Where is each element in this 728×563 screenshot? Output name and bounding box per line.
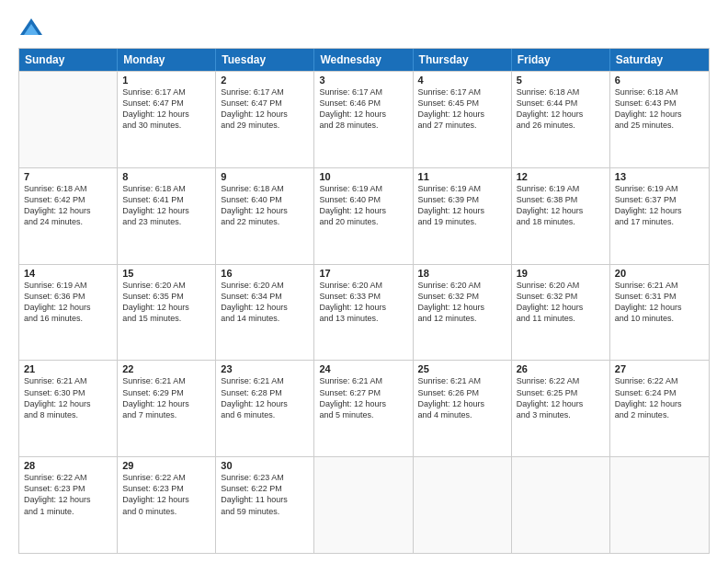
day-info: Sunrise: 6:21 AM Sunset: 6:27 PM Dayligh… <box>319 375 407 420</box>
day-number: 28 <box>24 460 112 471</box>
calendar-cell: 6Sunrise: 6:18 AM Sunset: 6:43 PM Daylig… <box>610 72 709 167</box>
day-number: 2 <box>221 75 309 86</box>
day-info: Sunrise: 6:17 AM Sunset: 6:46 PM Dayligh… <box>319 86 407 132</box>
day-info: Sunrise: 6:22 AM Sunset: 6:25 PM Dayligh… <box>517 375 605 420</box>
day-info: Sunrise: 6:19 AM Sunset: 6:36 PM Dayligh… <box>24 280 112 325</box>
day-number: 6 <box>615 75 704 86</box>
day-info: Sunrise: 6:22 AM Sunset: 6:23 PM Dayligh… <box>24 472 112 517</box>
day-info: Sunrise: 6:23 AM Sunset: 6:22 PM Dayligh… <box>221 472 309 517</box>
day-info: Sunrise: 6:20 AM Sunset: 6:35 PM Dayligh… <box>122 280 210 325</box>
calendar-cell: 5Sunrise: 6:18 AM Sunset: 6:44 PM Daylig… <box>512 72 610 167</box>
day-number: 26 <box>517 363 605 374</box>
calendar-cell: 25Sunrise: 6:21 AM Sunset: 6:26 PM Dayli… <box>414 361 512 456</box>
day-info: Sunrise: 6:21 AM Sunset: 6:29 PM Dayligh… <box>122 375 210 420</box>
day-number: 3 <box>319 75 407 86</box>
day-number: 8 <box>122 171 210 182</box>
day-info: Sunrise: 6:18 AM Sunset: 6:44 PM Dayligh… <box>517 86 605 132</box>
weekday-header-saturday: Saturday <box>610 49 709 71</box>
calendar-cell: 19Sunrise: 6:20 AM Sunset: 6:32 PM Dayli… <box>512 265 610 361</box>
day-number: 20 <box>615 268 704 279</box>
day-number: 15 <box>122 268 210 279</box>
day-info: Sunrise: 6:21 AM Sunset: 6:30 PM Dayligh… <box>24 375 112 420</box>
day-number: 14 <box>24 268 112 279</box>
day-number: 19 <box>517 268 605 279</box>
calendar-cell: 9Sunrise: 6:18 AM Sunset: 6:40 PM Daylig… <box>216 168 314 264</box>
logo <box>18 15 48 40</box>
calendar-cell: 20Sunrise: 6:21 AM Sunset: 6:31 PM Dayli… <box>610 265 709 361</box>
logo-icon <box>18 15 44 40</box>
day-info: Sunrise: 6:19 AM Sunset: 6:39 PM Dayligh… <box>418 183 506 228</box>
calendar-row-4: 21Sunrise: 6:21 AM Sunset: 6:30 PM Dayli… <box>19 360 709 456</box>
day-info: Sunrise: 6:18 AM Sunset: 6:41 PM Dayligh… <box>122 183 210 228</box>
calendar-row-2: 7Sunrise: 6:18 AM Sunset: 6:42 PM Daylig… <box>19 167 709 264</box>
day-number: 9 <box>221 171 309 182</box>
day-info: Sunrise: 6:20 AM Sunset: 6:33 PM Dayligh… <box>319 280 407 325</box>
day-number: 7 <box>24 171 112 182</box>
day-info: Sunrise: 6:18 AM Sunset: 6:42 PM Dayligh… <box>24 183 112 228</box>
day-info: Sunrise: 6:21 AM Sunset: 6:28 PM Dayligh… <box>221 375 309 420</box>
calendar-cell: 15Sunrise: 6:20 AM Sunset: 6:35 PM Dayli… <box>118 265 216 361</box>
calendar-cell: 24Sunrise: 6:21 AM Sunset: 6:27 PM Dayli… <box>314 361 413 456</box>
day-number: 22 <box>122 363 210 374</box>
day-number: 16 <box>221 268 309 279</box>
calendar-cell <box>314 457 413 553</box>
calendar-cell: 13Sunrise: 6:19 AM Sunset: 6:37 PM Dayli… <box>610 168 709 264</box>
day-info: Sunrise: 6:18 AM Sunset: 6:40 PM Dayligh… <box>221 183 309 228</box>
calendar-cell: 21Sunrise: 6:21 AM Sunset: 6:30 PM Dayli… <box>19 361 118 456</box>
weekday-header-friday: Friday <box>512 49 610 71</box>
day-info: Sunrise: 6:20 AM Sunset: 6:32 PM Dayligh… <box>517 280 605 325</box>
day-info: Sunrise: 6:22 AM Sunset: 6:24 PM Dayligh… <box>615 375 704 420</box>
day-info: Sunrise: 6:17 AM Sunset: 6:45 PM Dayligh… <box>418 86 506 132</box>
day-number: 10 <box>319 171 407 182</box>
calendar-cell: 3Sunrise: 6:17 AM Sunset: 6:46 PM Daylig… <box>314 72 413 167</box>
day-number: 27 <box>615 363 704 374</box>
day-info: Sunrise: 6:19 AM Sunset: 6:38 PM Dayligh… <box>517 183 605 228</box>
day-number: 24 <box>319 363 407 374</box>
weekday-header-tuesday: Tuesday <box>216 49 314 71</box>
day-info: Sunrise: 6:20 AM Sunset: 6:32 PM Dayligh… <box>418 280 506 325</box>
calendar-cell: 8Sunrise: 6:18 AM Sunset: 6:41 PM Daylig… <box>118 168 216 264</box>
day-info: Sunrise: 6:22 AM Sunset: 6:23 PM Dayligh… <box>122 472 210 517</box>
calendar-cell: 1Sunrise: 6:17 AM Sunset: 6:47 PM Daylig… <box>118 72 216 167</box>
calendar-header: SundayMondayTuesdayWednesdayThursdayFrid… <box>19 49 709 71</box>
calendar-cell: 30Sunrise: 6:23 AM Sunset: 6:22 PM Dayli… <box>216 457 314 553</box>
calendar-cell: 7Sunrise: 6:18 AM Sunset: 6:42 PM Daylig… <box>19 168 118 264</box>
calendar-body: 1Sunrise: 6:17 AM Sunset: 6:47 PM Daylig… <box>19 71 709 553</box>
day-number: 17 <box>319 268 407 279</box>
calendar-cell: 28Sunrise: 6:22 AM Sunset: 6:23 PM Dayli… <box>19 457 118 553</box>
calendar-cell: 17Sunrise: 6:20 AM Sunset: 6:33 PM Dayli… <box>314 265 413 361</box>
calendar-cell <box>19 72 118 167</box>
calendar-row-1: 1Sunrise: 6:17 AM Sunset: 6:47 PM Daylig… <box>19 71 709 167</box>
calendar-cell: 2Sunrise: 6:17 AM Sunset: 6:47 PM Daylig… <box>216 72 314 167</box>
calendar-cell: 22Sunrise: 6:21 AM Sunset: 6:29 PM Dayli… <box>118 361 216 456</box>
calendar-cell: 11Sunrise: 6:19 AM Sunset: 6:39 PM Dayli… <box>414 168 512 264</box>
day-number: 29 <box>122 460 210 471</box>
day-number: 4 <box>418 75 506 86</box>
calendar-cell: 10Sunrise: 6:19 AM Sunset: 6:40 PM Dayli… <box>314 168 413 264</box>
day-info: Sunrise: 6:21 AM Sunset: 6:31 PM Dayligh… <box>615 280 704 325</box>
calendar-cell: 12Sunrise: 6:19 AM Sunset: 6:38 PM Dayli… <box>512 168 610 264</box>
day-number: 11 <box>418 171 506 182</box>
top-section <box>18 15 710 40</box>
calendar-cell: 26Sunrise: 6:22 AM Sunset: 6:25 PM Dayli… <box>512 361 610 456</box>
weekday-header-monday: Monday <box>118 49 216 71</box>
calendar-cell: 23Sunrise: 6:21 AM Sunset: 6:28 PM Dayli… <box>216 361 314 456</box>
calendar-cell <box>512 457 610 553</box>
day-number: 23 <box>221 363 309 374</box>
calendar-cell: 4Sunrise: 6:17 AM Sunset: 6:45 PM Daylig… <box>414 72 512 167</box>
day-number: 13 <box>615 171 704 182</box>
weekday-header-thursday: Thursday <box>414 49 512 71</box>
day-info: Sunrise: 6:19 AM Sunset: 6:37 PM Dayligh… <box>615 183 704 228</box>
calendar-cell: 29Sunrise: 6:22 AM Sunset: 6:23 PM Dayli… <box>118 457 216 553</box>
calendar-cell: 18Sunrise: 6:20 AM Sunset: 6:32 PM Dayli… <box>414 265 512 361</box>
calendar-row-5: 28Sunrise: 6:22 AM Sunset: 6:23 PM Dayli… <box>19 456 709 553</box>
day-number: 12 <box>517 171 605 182</box>
calendar-cell <box>610 457 709 553</box>
day-info: Sunrise: 6:17 AM Sunset: 6:47 PM Dayligh… <box>122 86 210 132</box>
page: SundayMondayTuesdayWednesdayThursdayFrid… <box>0 0 728 563</box>
day-number: 25 <box>418 363 506 374</box>
day-info: Sunrise: 6:17 AM Sunset: 6:47 PM Dayligh… <box>221 86 309 132</box>
weekday-header-sunday: Sunday <box>19 49 118 71</box>
day-number: 21 <box>24 363 112 374</box>
calendar-row-3: 14Sunrise: 6:19 AM Sunset: 6:36 PM Dayli… <box>19 264 709 361</box>
